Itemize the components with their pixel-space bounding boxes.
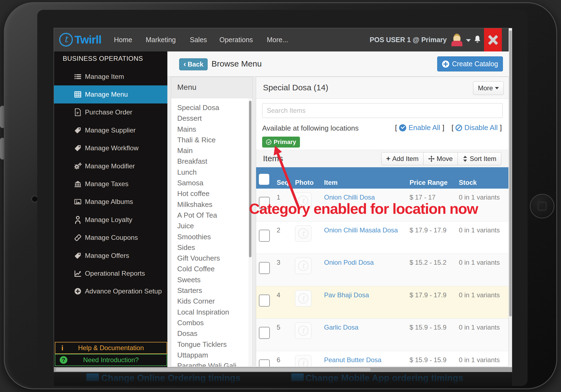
menu-category-sweets[interactable]: Sweets <box>171 275 252 285</box>
item-photo-placeholder[interactable]: t <box>295 322 311 339</box>
menu-category-starters[interactable]: Starters <box>171 285 252 296</box>
item-photo-placeholder[interactable]: t <box>295 355 311 367</box>
menu-category-smoothies[interactable]: Smoothies <box>171 232 252 242</box>
user-menu-label[interactable]: POS USER 1 @ Primary <box>370 28 447 51</box>
menu-category-a-pot-of-tea[interactable]: A Pot Of Tea <box>171 210 252 221</box>
menu-category-dosas[interactable]: Dosas <box>171 328 252 339</box>
item-name-link[interactable]: Peanut Butter Dosa <box>324 356 381 364</box>
sidebar-item-manage-menu[interactable]: Manage Menu <box>54 85 167 103</box>
menu-category-gift-vouchers[interactable]: Gift Vouchers <box>171 253 252 264</box>
nav-item-more[interactable]: More... <box>267 28 288 51</box>
sidebar-item-manage-item[interactable]: Manage Item <box>54 68 167 85</box>
window-scrollbar-thumb[interactable] <box>509 30 512 316</box>
row-checkbox[interactable] <box>259 359 270 367</box>
menu-category-list: Special DosaDessertMainsThali & RiceMain… <box>171 102 252 367</box>
menu-category-milkshakes[interactable]: Milkshakes <box>171 199 252 210</box>
row-checkbox[interactable] <box>259 230 270 242</box>
sidebar-item-label: Manage Supplier <box>85 126 136 134</box>
sidebar-item-manage-workflow[interactable]: Manage Workflow <box>54 139 167 157</box>
user-caret-down-icon[interactable] <box>466 39 471 42</box>
nav-item-home[interactable]: Home <box>114 28 132 51</box>
toolbar: ‹ Back Browse Menu Create Catalog <box>167 51 509 77</box>
disable-all-link[interactable]: Disable All <box>464 123 497 132</box>
sidebar-item-advance-operation-setup[interactable]: Advance Operation Setup <box>54 283 167 300</box>
menu-category-lunch[interactable]: Lunch <box>171 167 252 178</box>
search-items-input[interactable] <box>262 103 503 118</box>
menu-category-cold-coffee[interactable]: Cold Coffee <box>171 264 252 274</box>
back-chevron-icon: ‹ <box>184 60 186 68</box>
table-row: 2tOnion Chilli Masala Dosa$ 17.9 - 17.90… <box>256 221 508 254</box>
window-scrollbar[interactable] <box>509 28 512 367</box>
item-photo-placeholder[interactable]: t <box>295 290 311 307</box>
more-button[interactable]: More <box>473 81 504 95</box>
items-buttons: + Add Item Move <box>381 152 501 165</box>
item-photo-placeholder[interactable]: t <box>295 258 311 274</box>
items-panel: Special Dosa (14) More Available at foll… <box>256 77 509 367</box>
list-icon <box>73 73 82 81</box>
back-button[interactable]: ‹ Back <box>179 58 208 70</box>
menu-category-hot-coffee[interactable]: Hot coffee <box>171 188 252 199</box>
sidebar-item-manage-modifier[interactable]: Manage Modifier <box>54 157 167 175</box>
menu-category-main[interactable]: Main <box>171 145 252 156</box>
svg-text:P: P <box>76 111 79 115</box>
enable-all-link[interactable]: Enable All <box>408 123 440 132</box>
disable-all-group: [ Disable All ] <box>451 123 502 132</box>
horizontal-scrollbar[interactable] <box>54 367 512 372</box>
add-item-button[interactable]: + Add Item <box>381 152 423 165</box>
nav-item-sales[interactable]: Sales <box>190 28 207 51</box>
brand-logo[interactable]: t Twirll <box>59 32 101 47</box>
sidebar-item-manage-loyalty[interactable]: Manage Loyalty <box>54 211 167 229</box>
nav-item-marketing[interactable]: Marketing <box>146 28 176 51</box>
menu-category-special-dosa[interactable]: Special Dosa <box>171 102 252 113</box>
menu-category-kids-corner[interactable]: Kids Corner <box>171 296 252 307</box>
move-button[interactable]: Move <box>423 152 458 165</box>
sidebar-item-manage-supplier[interactable]: Manage Supplier <box>54 121 167 139</box>
menu-category-juice[interactable]: Juice <box>171 221 252 231</box>
item-stock: 0 in 1 variants <box>459 291 500 299</box>
avatar[interactable] <box>451 34 463 46</box>
menu-panel: Menu Special DosaDessertMainsThali & Ric… <box>171 77 253 367</box>
menu-category-mains[interactable]: Mains <box>171 124 252 135</box>
sort-item-button[interactable]: Sort Item <box>458 152 501 165</box>
row-checkbox[interactable] <box>259 327 270 339</box>
menu-category-breakfast[interactable]: Breakfast <box>171 156 252 167</box>
need-introduction-button[interactable]: ? Need Introduction? <box>55 354 167 366</box>
intro-label: Need Introduction? <box>83 356 139 364</box>
menu-category-samosa[interactable]: Samosa <box>171 178 252 188</box>
sidebar-item-manage-taxes[interactable]: Manage Taxes <box>54 175 167 193</box>
brand-logo-icon: t <box>59 33 73 47</box>
menu-category-combos[interactable]: Combos <box>171 318 252 328</box>
item-photo-placeholder[interactable]: t <box>295 225 311 242</box>
horizontal-scrollbar-thumb[interactable] <box>56 368 371 371</box>
menu-category-sides[interactable]: Sides <box>171 242 252 253</box>
nav-item-operations[interactable]: Operations <box>219 28 253 51</box>
create-catalog-button[interactable]: Create Catalog <box>437 56 503 71</box>
move-label: Move <box>437 155 453 163</box>
menu-panel-title: Menu <box>177 83 196 92</box>
menu-category-tongue-ticklers[interactable]: Tongue Ticklers <box>171 339 252 350</box>
close-window-button[interactable] <box>484 28 502 51</box>
menu-scrollbar[interactable] <box>248 99 252 367</box>
item-name-link[interactable]: Garlic Dosa <box>324 324 358 331</box>
menu-category-dessert[interactable]: Dessert <box>171 113 252 124</box>
notifications-bell-icon[interactable] <box>473 35 482 45</box>
top-navbar: t Twirll HomeMarketingSalesOperationsMor… <box>54 28 512 51</box>
sidebar-item-manage-albums[interactable]: Manage Albums <box>54 193 167 211</box>
item-name-link[interactable]: Pav Bhaji Dosa <box>324 291 369 299</box>
sidebar-item-manage-coupons[interactable]: Manage Coupons <box>54 229 167 247</box>
menu-category-thali-rice[interactable]: Thali & Rice <box>171 135 252 145</box>
row-checkbox[interactable] <box>259 295 270 307</box>
menu-category-uttappam[interactable]: Uttappam <box>171 350 252 361</box>
menu-category-local-inspiration[interactable]: Local Inspiration <box>171 307 252 318</box>
sidebar: BUSINESS OPERATIONS Manage ItemManage Me… <box>54 51 167 367</box>
sidebar-item-manage-offers[interactable]: Manage Offers <box>54 247 167 264</box>
menu-category-paranthe-wali-gali[interactable]: Paranthe Wali Gali <box>171 361 252 367</box>
item-name-link[interactable]: Onion Podi Dosa <box>324 259 374 266</box>
sidebar-item-purchase-order[interactable]: PPurchase Order <box>54 103 167 121</box>
item-name-link[interactable]: Onion Chilli Masala Dosa <box>324 226 398 234</box>
row-checkbox[interactable] <box>259 262 270 274</box>
menu-scrollbar-thumb[interactable] <box>249 101 251 257</box>
help-documentation-button[interactable]: i Help & Documentation <box>55 342 167 354</box>
item-price-range: $ 15.9 - 15.9 <box>410 324 446 331</box>
sidebar-item-operational-reports[interactable]: Operational Reports <box>54 264 167 282</box>
